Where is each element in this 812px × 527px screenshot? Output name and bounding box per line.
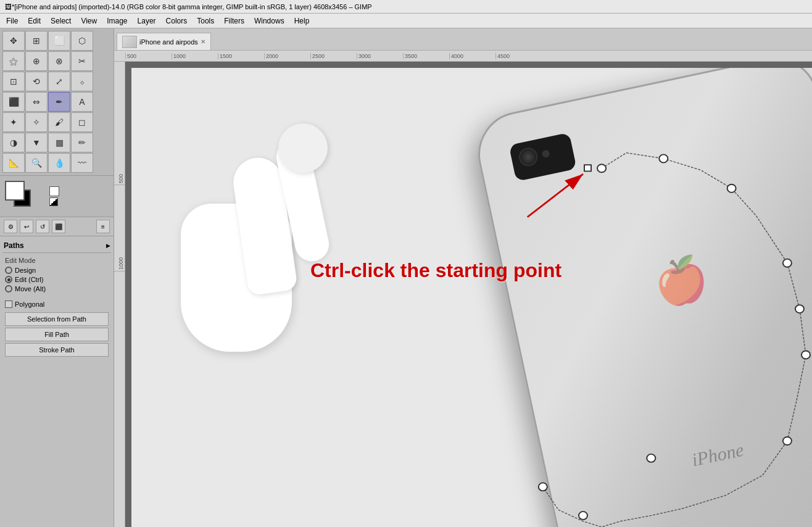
polygonal-check-box[interactable] — [5, 301, 12, 308]
iphone-text: iPhone — [690, 439, 745, 471]
toolbox: ✥ ⊞ ⬜ ⬡ ⚝ ⊕ ⊗ ✂ ⊡ ⟲ ⤢ ⬦ ⬛ ⇔ ✒ A ✦ ✧ 🖌 ◻ … — [0, 28, 114, 176]
text-tool[interactable]: A — [71, 92, 93, 112]
paths-panel-arrow: ▸ — [106, 241, 110, 250]
tool-option-2[interactable]: ↩ — [20, 220, 33, 233]
design-label: Design — [15, 267, 36, 274]
move-option[interactable]: Move (Alt) — [5, 285, 109, 293]
iphone-apple-logo: 🍎 — [649, 251, 712, 311]
panel-menu[interactable]: ≡ — [96, 220, 110, 233]
edit-option[interactable]: Edit (Ctrl) — [5, 276, 109, 283]
content-area: iPhone and airpods ✕ 500 1000 1500 2000 … — [114, 28, 812, 527]
canvas[interactable]: 🍎 iPhone — [125, 62, 812, 527]
menu-item-edit[interactable]: Edit — [24, 15, 44, 27]
ellipse-select[interactable]: ⬡ — [71, 31, 93, 51]
bucket-tool[interactable]: ▼ — [25, 133, 48, 152]
shear-tool[interactable]: ⬦ — [71, 72, 93, 91]
titlebar: 🖼 *[iPhone and airpods] (imported)-14.0 … — [0, 0, 812, 14]
canvas-with-left-ruler: 500 1000 — [114, 62, 812, 527]
iphone-body: 🍎 iPhone — [470, 68, 812, 527]
foreground-color[interactable] — [5, 181, 25, 201]
pencil-tool[interactable]: ✏ — [71, 133, 93, 152]
free-select[interactable]: ⚝ — [2, 51, 25, 71]
tool-option-3[interactable]: ↺ — [36, 220, 49, 233]
swap-colors[interactable] — [49, 197, 58, 206]
foreground-background-area — [5, 181, 42, 212]
ruler-mark-2000: 2000 — [264, 53, 310, 59]
paths-panel: Paths ▸ Edit Mode Design Edit (Ctrl) Mov… — [0, 236, 114, 527]
menu-item-colors[interactable]: Colors — [162, 15, 191, 27]
polygonal-checkbox[interactable]: Polygonal — [2, 298, 111, 310]
tab-label: iPhone and airpods — [139, 38, 198, 46]
color-swatches-area — [0, 176, 114, 217]
menu-item-windows[interactable]: Windows — [251, 15, 288, 27]
paint-tool[interactable]: 🖌 — [48, 112, 70, 132]
menu-item-tools[interactable]: Tools — [193, 15, 218, 27]
flip-tool[interactable]: ⇔ — [25, 92, 48, 112]
image-tab[interactable]: iPhone and airpods ✕ — [117, 33, 211, 50]
rect-select[interactable]: ⬜ — [48, 31, 70, 51]
ruler-marks-top: 500 1000 1500 2000 2500 3000 3500 4000 4… — [125, 53, 542, 59]
menu-item-filters[interactable]: Filters — [220, 15, 248, 27]
menu-item-select[interactable]: Select — [47, 15, 75, 27]
path-node-10 — [539, 483, 547, 491]
blend-tool[interactable]: ▦ — [48, 133, 70, 152]
image-background: 🍎 iPhone — [131, 68, 812, 527]
menu-item-file[interactable]: File — [2, 15, 22, 27]
tab-close-button[interactable]: ✕ — [201, 38, 205, 45]
crop-tool[interactable]: ⊡ — [2, 72, 25, 91]
scissors-select[interactable]: ✂ — [71, 51, 93, 71]
edit-label: Edit (Ctrl) — [15, 276, 43, 283]
edit-mode-section: Edit Mode Design Edit (Ctrl) Move (Alt) — [2, 253, 111, 298]
align-tool[interactable]: ⊞ — [25, 31, 48, 51]
tool-option-1[interactable]: ⚙ — [4, 220, 17, 233]
selection-from-path-button[interactable]: Selection from Path — [5, 312, 109, 326]
dodge-tool[interactable]: ◑ — [2, 133, 25, 152]
tool-option-4[interactable]: ⬛ — [52, 220, 65, 233]
app-icon: 🖼 — [5, 3, 12, 10]
measure-tool[interactable]: 📐 — [2, 153, 25, 173]
ruler-mark-4500: 4500 — [495, 53, 542, 59]
reset-colors[interactable] — [49, 186, 59, 196]
edit-mode-label: Edit Mode — [5, 257, 109, 264]
rotate-tool[interactable]: ⟲ — [25, 72, 48, 91]
smudge-tool[interactable]: 〰 — [71, 153, 93, 173]
zoom-tool[interactable]: 🔍 — [25, 153, 48, 173]
ruler-mark-1000: 1000 — [172, 53, 218, 59]
ruler-mark-left-500: 500 — [114, 136, 125, 185]
menu-item-view[interactable]: View — [77, 15, 101, 27]
select-by-color[interactable]: ⊗ — [48, 51, 70, 71]
canvas-area: 500 1000 1500 2000 2500 3000 3500 4000 4… — [114, 51, 812, 527]
airpod-right-bud — [278, 123, 328, 173]
fuzzy-select[interactable]: ⊕ — [25, 51, 48, 71]
menu-item-image[interactable]: Image — [103, 15, 131, 27]
heal-tool[interactable]: ✧ — [25, 112, 48, 132]
edit-radio[interactable] — [5, 276, 12, 283]
instruction-text: Ctrl-click the starting point — [310, 259, 561, 282]
move-label: Move (Alt) — [15, 285, 46, 293]
iphone-lens-flash — [542, 149, 550, 158]
erase-tool[interactable]: ◻ — [71, 112, 93, 132]
ruler-top: 500 1000 1500 2000 2500 3000 3500 4000 4… — [114, 51, 812, 62]
main-layout: ✥ ⊞ ⬜ ⬡ ⚝ ⊕ ⊗ ✂ ⊡ ⟲ ⤢ ⬦ ⬛ ⇔ ✒ A ✦ ✧ 🖌 ◻ … — [0, 28, 812, 527]
move-radio[interactable] — [5, 285, 12, 293]
fill-path-button[interactable]: Fill Path — [5, 328, 109, 341]
menu-item-help[interactable]: Help — [291, 15, 313, 27]
menu-item-layer[interactable]: Layer — [134, 15, 160, 27]
image-area[interactable]: 🍎 iPhone — [131, 68, 812, 527]
design-radio[interactable] — [5, 267, 12, 274]
ruler-mark-4000: 4000 — [449, 53, 495, 59]
stroke-path-button[interactable]: Stroke Path — [5, 343, 109, 357]
paths-tool[interactable]: ✒ — [48, 92, 70, 112]
tabs-area: iPhone and airpods ✕ — [114, 28, 812, 51]
paths-panel-header: Paths ▸ — [2, 239, 111, 253]
color-pick[interactable]: 💧 — [48, 153, 70, 173]
polygonal-label: Polygonal — [15, 301, 44, 308]
ruler-mark-3500: 3500 — [403, 53, 449, 59]
iphone-lens-1 — [517, 146, 539, 168]
tool-options-row: ⚙ ↩ ↺ ⬛ ≡ — [0, 217, 114, 236]
scale-tool[interactable]: ⤢ — [48, 72, 70, 91]
design-option[interactable]: Design — [5, 267, 109, 274]
clone-tool[interactable]: ✦ — [2, 112, 25, 132]
perspective-tool[interactable]: ⬛ — [2, 92, 25, 112]
move-tool[interactable]: ✥ — [2, 31, 25, 51]
